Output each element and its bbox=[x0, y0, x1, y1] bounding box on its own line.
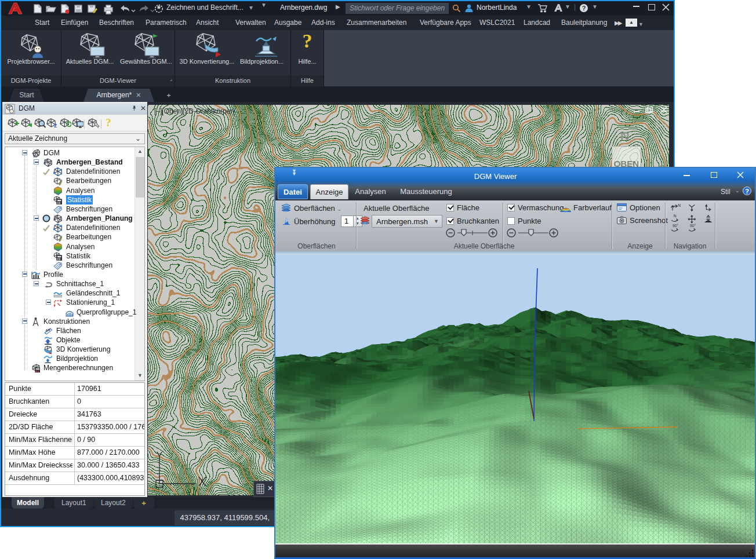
svg-text:?: ? bbox=[745, 188, 749, 195]
svg-text:?: ? bbox=[582, 5, 586, 12]
svg-text:90°: 90° bbox=[673, 224, 678, 228]
svg-text:N: N bbox=[674, 214, 677, 218]
svg-text:90°: 90° bbox=[690, 224, 696, 228]
svg-text:N: N bbox=[678, 203, 681, 207]
svg-text:z: z bbox=[54, 122, 57, 128]
